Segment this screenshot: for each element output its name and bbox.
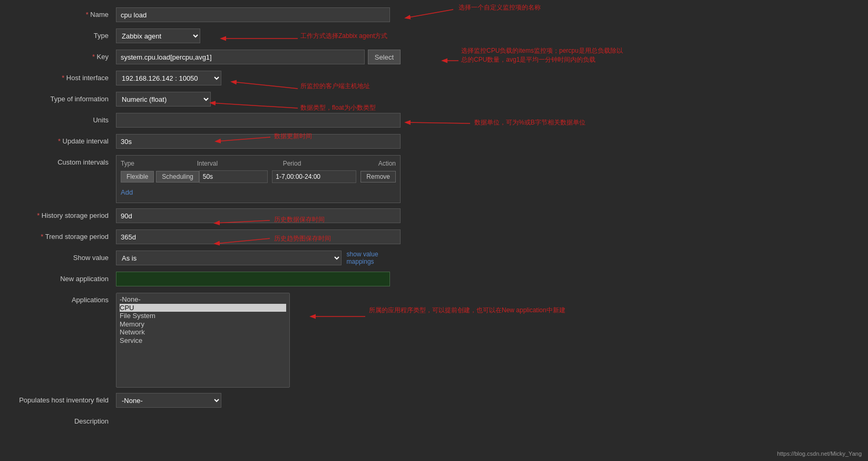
history-input[interactable] bbox=[116, 208, 401, 223]
type-info-container: Numeric (float) Numeric (unsigned) Chara… bbox=[116, 92, 401, 107]
host-interface-row: Host interface 192.168.126.142 : 10050 bbox=[11, 71, 474, 87]
applications-label: Applications bbox=[11, 293, 116, 304]
applications-container: -None- CPU File System Memory Network Se… bbox=[116, 293, 401, 388]
type-of-info-label: Type of information bbox=[11, 92, 116, 103]
type-field-container: Zabbix agent Zabbix agent (active) Simpl… bbox=[116, 28, 401, 43]
app-filesystem[interactable]: File System bbox=[120, 312, 286, 320]
applications-listbox[interactable]: -None- CPU File System Memory Network Se… bbox=[116, 293, 290, 388]
type-select[interactable]: Zabbix agent Zabbix agent (active) Simpl… bbox=[116, 28, 200, 43]
add-button[interactable]: Add bbox=[121, 186, 133, 198]
custom-intervals-label: Custom intervals bbox=[11, 155, 116, 166]
app-none[interactable]: -None- bbox=[120, 295, 286, 304]
ci-period-header: Period bbox=[283, 160, 378, 167]
update-interval-container bbox=[116, 134, 401, 149]
trend-label: Trend storage period bbox=[11, 229, 116, 241]
host-interface-container: 192.168.126.142 : 10050 bbox=[116, 71, 401, 85]
update-interval-input[interactable] bbox=[116, 134, 401, 149]
ci-row-1: Flexible Scheduling Remove bbox=[121, 170, 396, 183]
applications-row: Applications -None- CPU File System Memo… bbox=[11, 293, 474, 388]
show-value-select[interactable]: As is bbox=[116, 251, 342, 265]
ci-period-input[interactable] bbox=[272, 170, 356, 183]
update-interval-label: Update interval bbox=[11, 134, 116, 145]
name-field-container bbox=[116, 7, 401, 22]
type-row: Type Zabbix agent Zabbix agent (active) … bbox=[11, 28, 474, 44]
new-app-container bbox=[116, 272, 401, 286]
description-row: Description bbox=[11, 414, 474, 430]
type-label: Type bbox=[11, 28, 116, 40]
key-annotation: 选择监控CPU负载的items监控项；percpu是用总负载除以总的CPU数量，… bbox=[461, 46, 623, 64]
units-annotation: 数据单位，可为%或B字节相关数据单位 bbox=[474, 118, 586, 127]
name-input[interactable] bbox=[116, 7, 390, 22]
custom-intervals-row: Custom intervals Type Interval Period Ac… bbox=[11, 155, 474, 203]
app-service[interactable]: Service bbox=[120, 337, 286, 345]
key-label: Key bbox=[11, 50, 116, 61]
name-row: Name bbox=[11, 7, 474, 23]
units-row: Units bbox=[11, 113, 474, 129]
custom-intervals-container: Type Interval Period Action Flexible Sch… bbox=[116, 155, 401, 203]
host-interface-label: Host interface bbox=[11, 71, 116, 82]
flexible-button[interactable]: Flexible bbox=[121, 171, 154, 183]
show-value-container: As is show value mappings bbox=[116, 251, 401, 265]
app-network[interactable]: Network bbox=[120, 328, 286, 337]
app-memory[interactable]: Memory bbox=[120, 320, 286, 329]
description-label-text: Description bbox=[11, 414, 116, 425]
populates-row: Populates host inventory field -None- bbox=[11, 393, 474, 409]
app-cpu[interactable]: CPU bbox=[120, 304, 286, 312]
scheduling-button[interactable]: Scheduling bbox=[156, 171, 199, 183]
history-label: History storage period bbox=[11, 208, 116, 219]
new-app-input[interactable] bbox=[116, 272, 390, 286]
ci-header: Type Interval Period Action bbox=[121, 160, 396, 167]
type-of-info-select[interactable]: Numeric (float) Numeric (unsigned) Chara… bbox=[116, 92, 211, 107]
show-value-row: Show value As is show value mappings bbox=[11, 251, 474, 266]
key-input[interactable] bbox=[116, 50, 365, 64]
populates-container: -None- bbox=[116, 393, 401, 408]
new-app-label: New application bbox=[11, 272, 116, 283]
ci-interval-header: Interval bbox=[197, 160, 283, 167]
show-value-mappings-link[interactable]: show value mappings bbox=[347, 251, 401, 265]
key-row: Key Select bbox=[11, 50, 474, 65]
units-input[interactable] bbox=[116, 113, 401, 128]
type-info-row: Type of information Numeric (float) Nume… bbox=[11, 92, 474, 108]
key-select-button[interactable]: Select bbox=[368, 50, 401, 64]
trend-row: Trend storage period bbox=[11, 229, 474, 245]
trend-container bbox=[116, 229, 401, 244]
ci-action-header: Action bbox=[378, 160, 396, 167]
name-label: Name bbox=[11, 7, 116, 18]
remove-button[interactable]: Remove bbox=[360, 171, 396, 183]
history-row: History storage period bbox=[11, 208, 474, 224]
key-field-container: Select bbox=[116, 50, 401, 64]
footer-url: https://blog.csdn.net/Micky_Yang bbox=[777, 450, 862, 457]
history-container bbox=[116, 208, 401, 223]
show-value-label: Show value bbox=[11, 251, 116, 262]
populates-label: Populates host inventory field bbox=[11, 393, 116, 404]
populates-select[interactable]: -None- bbox=[116, 393, 221, 408]
units-container bbox=[116, 113, 401, 128]
trend-input[interactable] bbox=[116, 229, 401, 244]
ci-interval-input[interactable] bbox=[199, 170, 268, 183]
new-app-row: New application bbox=[11, 272, 474, 287]
update-interval-row: Update interval bbox=[11, 134, 474, 150]
host-interface-select[interactable]: 192.168.126.142 : 10050 bbox=[116, 71, 221, 85]
ci-type-header: Type bbox=[121, 160, 197, 167]
units-label: Units bbox=[11, 113, 116, 124]
